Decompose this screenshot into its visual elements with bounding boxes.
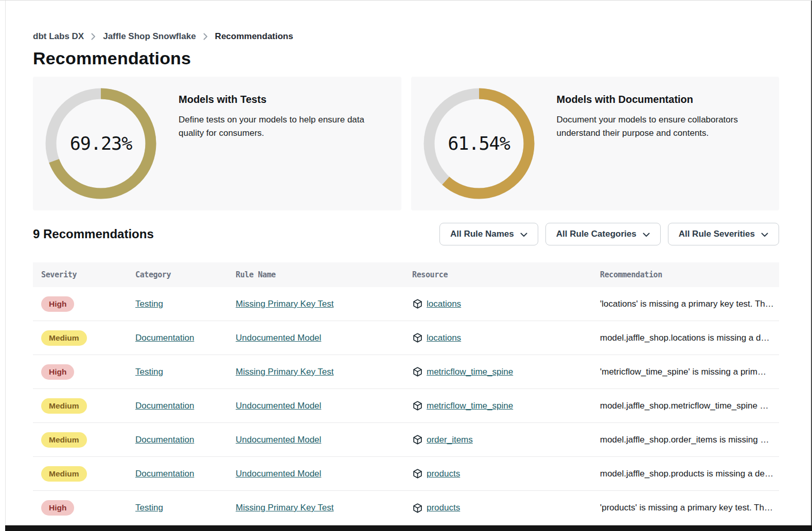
card-models-with-tests: 69.23% Models with Tests Define tests on… — [33, 77, 401, 210]
tests-donut-chart: 69.23% — [45, 88, 156, 199]
rule-name-link[interactable]: Undocumented Model — [236, 435, 321, 445]
col-header-severity: Severity — [33, 270, 135, 279]
rule-name-cell: Undocumented Model — [236, 469, 412, 479]
chevron-right-icon — [203, 33, 208, 40]
card-description: Document your models to ensure collabora… — [557, 113, 767, 140]
severity-cell: Medium — [33, 466, 135, 482]
recommendation-text: model.jaffle_shop.order_items is missing… — [600, 435, 779, 445]
resource-link[interactable]: order_items — [427, 435, 473, 445]
resource-link[interactable]: products — [427, 469, 460, 479]
table-header-row: Severity Category Rule Name Resource Rec… — [33, 262, 779, 287]
recommendation-text: model.jaffle_shop.locations is missing a… — [600, 333, 779, 343]
severity-cell: High — [33, 296, 135, 312]
resource-link[interactable]: metricflow_time_spine — [427, 401, 513, 411]
recommendation-text: model.jaffle_shop.products is missing a … — [600, 469, 779, 479]
filter-rule-names-dropdown[interactable]: All Rule Names — [439, 223, 538, 245]
bottom-cutoff-band — [5, 525, 812, 531]
severity-badge: Medium — [41, 432, 87, 448]
rule-name-cell: Missing Primary Key Test — [236, 503, 412, 513]
category-cell: Testing — [135, 367, 236, 377]
severity-badge: High — [41, 296, 74, 312]
filter-label: All Rule Names — [450, 229, 514, 239]
table-body: High Testing Missing Primary Key Test lo… — [33, 287, 779, 525]
table-row: Medium Documentation Undocumented Model … — [33, 321, 779, 355]
severity-badge: High — [41, 500, 74, 516]
severity-cell: Medium — [33, 398, 135, 414]
breadcrumb: dbt Labs DX Jaffle Shop Snowflake Recomm… — [33, 31, 779, 42]
recommendations-count: 9 Recommendations — [33, 227, 154, 241]
tests-percent-value: 69.23% — [45, 88, 156, 199]
rule-name-cell: Undocumented Model — [236, 435, 412, 445]
main-content: dbt Labs DX Jaffle Shop Snowflake Recomm… — [33, 31, 779, 525]
resource-link[interactable]: metricflow_time_spine — [427, 367, 513, 377]
model-cube-icon — [412, 468, 423, 479]
rule-name-link[interactable]: Missing Primary Key Test — [236, 503, 334, 512]
resource-cell: order_items — [412, 434, 600, 445]
rule-name-link[interactable]: Missing Primary Key Test — [236, 299, 334, 309]
category-cell: Documentation — [135, 469, 236, 479]
table-row: High Testing Missing Primary Key Test me… — [33, 355, 779, 389]
model-cube-icon — [412, 332, 423, 343]
resource-link[interactable]: locations — [427, 299, 461, 309]
page-title: Recommendations — [33, 48, 779, 68]
severity-cell: High — [33, 364, 135, 380]
recommendations-table: Severity Category Rule Name Resource Rec… — [33, 262, 779, 525]
category-link[interactable]: Documentation — [135, 401, 194, 411]
rule-name-link[interactable]: Undocumented Model — [236, 469, 321, 479]
chevron-down-icon — [643, 233, 650, 237]
rule-name-link[interactable]: Missing Primary Key Test — [236, 367, 334, 377]
filter-rule-severities-dropdown[interactable]: All Rule Severities — [668, 223, 779, 245]
breadcrumb-item-project[interactable]: Jaffle Shop Snowflake — [103, 31, 196, 42]
resource-cell: metricflow_time_spine — [412, 366, 600, 377]
severity-badge: Medium — [41, 330, 87, 346]
table-row: High Testing Missing Primary Key Test pr… — [33, 491, 779, 525]
recommendation-text: model.jaffle_shop.metricflow_time_spine … — [600, 401, 779, 411]
table-row: Medium Documentation Undocumented Model … — [33, 457, 779, 491]
breadcrumb-item-org[interactable]: dbt Labs DX — [33, 31, 84, 42]
severity-cell: High — [33, 500, 135, 516]
col-header-recommendation: Recommendation — [600, 270, 779, 279]
filter-rule-categories-dropdown[interactable]: All Rule Categories — [545, 223, 661, 245]
rule-name-link[interactable]: Undocumented Model — [236, 333, 321, 343]
category-cell: Documentation — [135, 333, 236, 343]
rule-name-cell: Undocumented Model — [236, 401, 412, 411]
category-link[interactable]: Testing — [135, 299, 163, 309]
chevron-down-icon — [520, 233, 527, 237]
resource-cell: metricflow_time_spine — [412, 400, 600, 411]
resource-link[interactable]: locations — [427, 333, 461, 343]
category-link[interactable]: Testing — [135, 503, 163, 512]
col-header-rule-name: Rule Name — [236, 270, 412, 279]
category-cell: Documentation — [135, 401, 236, 411]
resource-link[interactable]: products — [427, 503, 460, 513]
table-row: High Testing Missing Primary Key Test lo… — [33, 287, 779, 321]
severity-cell: Medium — [33, 432, 135, 448]
rule-name-link[interactable]: Undocumented Model — [236, 401, 321, 411]
list-header: 9 Recommendations All Rule Names All Rul… — [33, 223, 779, 245]
category-link[interactable]: Documentation — [135, 333, 194, 343]
category-cell: Testing — [135, 503, 236, 513]
col-header-resource: Resource — [412, 270, 600, 279]
severity-badge: Medium — [41, 466, 87, 482]
category-link[interactable]: Documentation — [135, 469, 194, 479]
card-title: Models with Tests — [179, 94, 389, 105]
table-row: Medium Documentation Undocumented Model … — [33, 389, 779, 423]
model-cube-icon — [412, 503, 423, 514]
category-link[interactable]: Documentation — [135, 435, 194, 445]
card-title: Models with Documentation — [557, 94, 767, 105]
severity-badge: High — [41, 364, 74, 380]
breadcrumb-item-current: Recommendations — [215, 31, 293, 42]
category-cell: Documentation — [135, 435, 236, 445]
stat-cards: 69.23% Models with Tests Define tests on… — [33, 77, 779, 210]
recommendation-text: 'metricflow_time_spine' is missing a pri… — [600, 367, 779, 377]
category-link[interactable]: Testing — [135, 367, 163, 377]
model-cube-icon — [412, 366, 423, 377]
model-cube-icon — [412, 400, 423, 411]
rule-name-cell: Missing Primary Key Test — [236, 299, 412, 309]
filter-label: All Rule Categories — [556, 229, 637, 239]
rule-name-cell: Missing Primary Key Test — [236, 367, 412, 377]
recommendation-text: 'products' is missing a primary key test… — [600, 503, 779, 513]
card-text: Models with Tests Define tests on your m… — [179, 88, 389, 140]
sidebar-edge-line — [5, 1, 6, 531]
rule-name-cell: Undocumented Model — [236, 333, 412, 343]
chevron-right-icon — [91, 33, 96, 40]
